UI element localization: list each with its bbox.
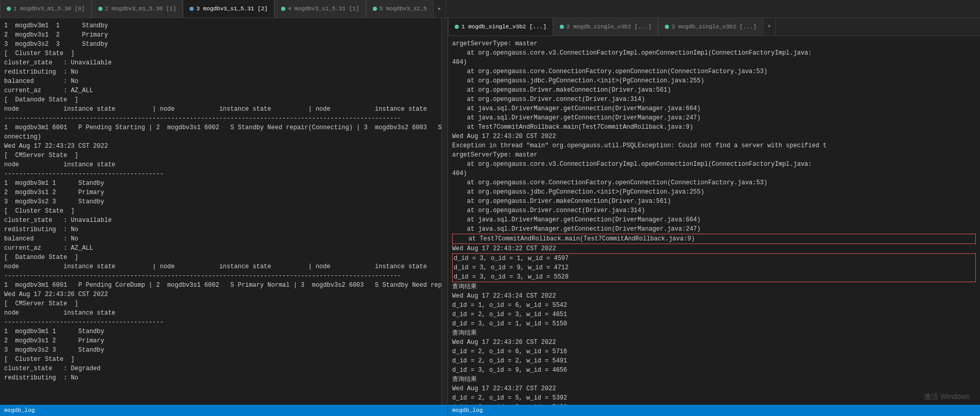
right-tab-3-label: 3 mogdb_single_v3b2 [...] bbox=[672, 24, 757, 30]
right-tab-2[interactable]: 2 mogdb_single_v3b2 [...] bbox=[553, 18, 658, 36]
left-scroll-area: 1 mogdbv3m1 1 Standby2 mogdbv3s1 2 Prima… bbox=[0, 18, 448, 405]
left-terminal-line: 3 mogdbv3s2 3 Standby bbox=[4, 40, 437, 49]
left-terminal-line: ----------------------------------------… bbox=[4, 169, 437, 179]
left-terminal-line: ----------------------------------------… bbox=[4, 318, 437, 327]
right-terminal-line: Wed Aug 17 22:43:26 CST 2022 bbox=[452, 338, 976, 347]
tab-5-dot bbox=[373, 7, 377, 11]
right-terminal-line: 404) bbox=[452, 58, 976, 67]
tab-2-label: 2 mogdbv3_m1_5.30 [1] bbox=[105, 6, 177, 12]
left-scrollbar[interactable] bbox=[441, 18, 448, 405]
right-terminal-line: argetServerType: master bbox=[452, 39, 976, 48]
right-terminal-line: at org.opengauss.jdbc.PgConnection.<init… bbox=[452, 76, 976, 85]
left-terminal-line: [ CMServer State ] bbox=[4, 299, 437, 308]
right-terminal-line: d_id = 2, o_id = 5, w_id = 5392 bbox=[452, 393, 976, 403]
right-terminal-line: at org.opengauss.core.v3.ConnectionFacto… bbox=[452, 160, 976, 169]
left-terminal-line: balanced : No bbox=[4, 77, 437, 86]
highlight-box: at Test7CommitAndRollback.main(Test7Comm… bbox=[452, 234, 976, 244]
tab-4-dot bbox=[281, 7, 285, 11]
left-terminal-line: Wed Aug 17 22:43:26 CST 2022 bbox=[4, 290, 437, 299]
tab-1[interactable]: 1 mogdbv3_m1_5.30 [0] bbox=[0, 0, 92, 18]
right-terminal-line: d_id = 3, o_id = 1, w_id = 5150 bbox=[452, 319, 976, 328]
left-terminal-line: node instance state bbox=[4, 308, 437, 318]
left-terminal-line: [ Cluster State ] bbox=[4, 206, 437, 216]
right-terminal-line: d_id = 2, o_id = 2, w_id = 5491 bbox=[452, 356, 976, 366]
left-terminal-line: redistributing : No bbox=[4, 67, 437, 77]
left-terminal-line: 2 mogdbv3s1 2 Primary bbox=[4, 336, 437, 345]
right-tab-overflow[interactable]: + bbox=[763, 18, 776, 36]
left-terminal-line: 1 mogdbv3m1 6001 P Pending Starting | 2 … bbox=[4, 123, 437, 132]
right-terminal[interactable]: argetServerType: master at org.opengauss… bbox=[448, 36, 980, 405]
right-terminal-line-highlighted: d_id = 3, o_id = 9, w_id = 4712 bbox=[454, 263, 974, 272]
tab-5[interactable]: 5 mogdbv3_s2_5 bbox=[366, 0, 434, 18]
tab-3-label: 3 mogdbv3_s1_5.31 [2] bbox=[196, 6, 268, 12]
left-terminal-line: balanced : No bbox=[4, 234, 437, 244]
right-terminal-line: at java.sql.DriverManager.getConnection(… bbox=[452, 215, 976, 224]
right-terminal-line: Wed Aug 17 22:43:24 CST 2022 bbox=[452, 291, 976, 301]
tab-5-label: 5 mogdbv3_s2_5 bbox=[380, 6, 427, 12]
left-terminal-line: 1 mogdbv3m1 1 Standby bbox=[4, 179, 437, 188]
left-terminal-line: current_az : AZ_ALL bbox=[4, 244, 437, 253]
right-terminal-line: at java.sql.DriverManager.getConnection(… bbox=[452, 224, 976, 234]
left-terminal-line: onnecting) bbox=[4, 132, 437, 142]
right-terminal-line: d_id = 1, o_id = 6, w_id = 5542 bbox=[452, 301, 976, 310]
tab-1-label: 1 mogdbv3_m1_5.30 [0] bbox=[13, 6, 85, 12]
left-terminal-line: cluster_state : Unavailable bbox=[4, 58, 437, 67]
right-terminal-line: at org.opengauss.core.v3.ConnectionFacto… bbox=[452, 48, 976, 58]
right-terminal-line: at org.opengauss.Driver.makeConnection(D… bbox=[452, 197, 976, 206]
left-terminal-line: ----------------------------------------… bbox=[4, 114, 437, 123]
right-panel: 1 mogdb_single_v3b2 [...] 2 mogdb_single… bbox=[448, 18, 980, 416]
left-terminal-line: node instance state bbox=[4, 160, 437, 169]
tab-4[interactable]: 4 mogdbv3_s1_5.31 [1] bbox=[274, 0, 366, 18]
right-terminal-line: at org.opengauss.Driver.makeConnection(D… bbox=[452, 85, 976, 95]
right-tab-3[interactable]: 3 mogdb_single_v3b2 [...] bbox=[658, 18, 763, 36]
right-terminal-line: at org.opengauss.Driver.connect(Driver.j… bbox=[452, 95, 976, 104]
left-terminal-line: 1 mogdbv3m1 1 Standby bbox=[4, 21, 437, 30]
tab-1-dot bbox=[7, 7, 11, 11]
right-terminal-line: at java.sql.DriverManager.getConnection(… bbox=[452, 113, 976, 123]
left-terminal-line: Wed Aug 17 22:43:23 CST 2022 bbox=[4, 142, 437, 151]
tab-2[interactable]: 2 mogdbv3_m1_5.30 [1] bbox=[92, 0, 183, 18]
right-terminal-line: 查询结果 bbox=[452, 375, 976, 384]
right-terminal-line: Exception in thread "main" org.opengauss… bbox=[452, 141, 976, 150]
left-terminal-line: 3 mogdbv3s2 3 Standby bbox=[4, 345, 437, 355]
left-terminal-line: redistributing : No bbox=[4, 225, 437, 234]
left-terminal[interactable]: 1 mogdbv3m1 1 Standby2 mogdbv3s1 2 Prima… bbox=[0, 18, 441, 405]
left-bottom-label: mogdb_log bbox=[4, 407, 35, 413]
right-terminal-line: at org.opengauss.core.ConnectionFactory.… bbox=[452, 67, 976, 76]
left-terminal-line: ----------------------------------------… bbox=[4, 271, 437, 281]
tab-3-dot bbox=[190, 7, 194, 11]
right-terminal-line: Wed Aug 17 22:43:22 CST 2022 bbox=[452, 244, 976, 253]
right-tab-1[interactable]: 1 mogdb_single_v3b2 [...] bbox=[448, 18, 553, 36]
right-terminal-line: at org.opengauss.Driver.connect(Driver.j… bbox=[452, 206, 976, 215]
right-terminal-line: 404) bbox=[452, 169, 976, 178]
tab-2-dot bbox=[98, 7, 102, 11]
left-panel: 1 mogdbv3m1 1 Standby2 mogdbv3s1 2 Prima… bbox=[0, 18, 448, 416]
right-terminal-line-highlighted: d_id = 3, o_id = 3, w_id = 5528 bbox=[454, 272, 974, 282]
right-terminal-line: Wed Aug 17 22:43:20 CST 2022 bbox=[452, 132, 976, 141]
right-terminal-line-highlighted: d_id = 3, o_id = 1, w_id = 4597 bbox=[454, 254, 974, 263]
left-terminal-line: node instance state | node instance stat… bbox=[4, 262, 437, 271]
right-terminal-line: 查询结果 bbox=[452, 328, 976, 338]
left-terminal-line: current_az : AZ_ALL bbox=[4, 86, 437, 95]
left-tab-bar: 1 mogdbv3_m1_5.30 [0] 2 mogdbv3_m1_5.30 … bbox=[0, 0, 980, 18]
watermark: 激活 Windows bbox=[924, 392, 970, 402]
right-terminal-line: d_id = 2, o_id = 6, w_id = 5716 bbox=[452, 347, 976, 356]
tab-overflow-button[interactable]: ▸ bbox=[434, 0, 446, 18]
right-terminal-line: d_id = 2, o_id = 3, w_id = 4651 bbox=[452, 310, 976, 319]
right-terminal-line: Wed Aug 17 22:43:27 CST 2022 bbox=[452, 384, 976, 393]
tab-3[interactable]: 3 mogdbv3_s1_5.31 [2] bbox=[183, 0, 274, 18]
right-tab-1-label: 1 mogdb_single_v3b2 [...] bbox=[461, 24, 546, 30]
right-terminal-line: at java.sql.DriverManager.getConnection(… bbox=[452, 104, 976, 113]
right-bottom-bar: mogdb_log bbox=[448, 405, 980, 416]
left-terminal-line: 2 mogdbv3s1 2 Primary bbox=[4, 188, 437, 197]
right-terminal-line: at org.opengauss.jdbc.PgConnection.<init… bbox=[452, 187, 976, 197]
left-terminal-line: [ Datanode State ] bbox=[4, 95, 437, 105]
right-terminal-line-highlighted: at Test7CommitAndRollback.main(Test7Comm… bbox=[454, 234, 974, 244]
left-terminal-line: cluster_state : Degraded bbox=[4, 364, 437, 373]
left-terminal-line: 1 mogdbv3m1 1 Standby bbox=[4, 327, 437, 336]
left-terminal-line: node instance state | node instance stat… bbox=[4, 105, 437, 114]
right-tab-2-dot bbox=[560, 25, 564, 29]
right-tab-bar: 1 mogdb_single_v3b2 [...] 2 mogdb_single… bbox=[448, 18, 980, 36]
right-tab-1-dot bbox=[455, 25, 459, 29]
right-tab-2-label: 2 mogdb_single_v3b2 [...] bbox=[566, 24, 651, 30]
